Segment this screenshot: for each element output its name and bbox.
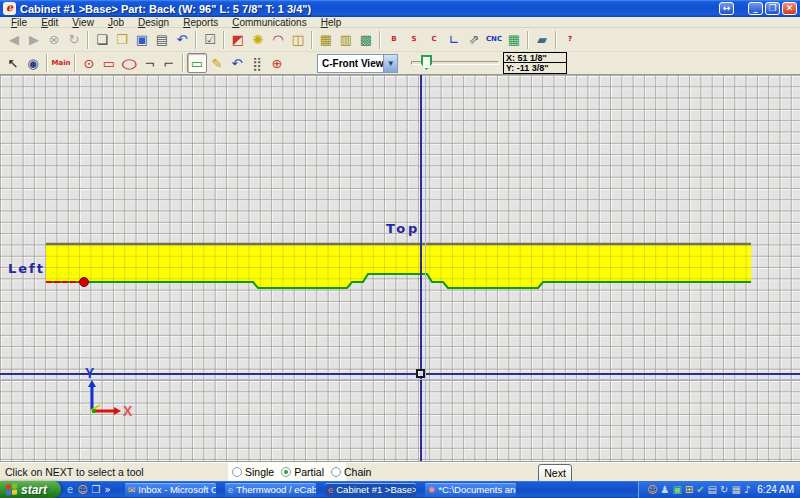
pencil-button[interactable]: ✎ xyxy=(207,53,227,73)
ie-icon[interactable]: e xyxy=(67,485,73,495)
window-title: Cabinet #1 >Base> Part: Back (W: 96" L: … xyxy=(20,3,719,15)
forward-button[interactable]: ▶ xyxy=(24,30,44,50)
menu-job[interactable]: Job xyxy=(101,17,131,28)
task-ie[interactable]: eThermwood / eCabin... xyxy=(225,483,316,497)
print-button[interactable]: ▤ xyxy=(152,30,172,50)
restore-button[interactable]: ❐ xyxy=(765,2,780,15)
tray-device-icon[interactable]: ▦ xyxy=(731,485,740,495)
media-icon[interactable]: ☺ xyxy=(77,485,87,495)
radio-label: Partial xyxy=(294,466,324,478)
chevron-more-icon[interactable]: » xyxy=(105,485,111,495)
undo-edit-button[interactable]: ↶ xyxy=(227,53,247,73)
task-ecabinet[interactable]: eCabinet #1 >Base>... xyxy=(325,483,416,497)
door-button[interactable]: ◫ xyxy=(288,30,308,50)
options-button[interactable]: ☑ xyxy=(200,30,220,50)
menu-file[interactable]: File xyxy=(4,17,34,28)
close-button[interactable]: ✕ xyxy=(782,2,797,15)
ellipse-tool-button[interactable]: ○ xyxy=(119,53,139,73)
cabinet-button[interactable]: ▦ xyxy=(316,30,336,50)
windows-logo-icon xyxy=(6,483,17,495)
eye-button[interactable]: ◉ xyxy=(23,53,43,73)
rectangle-tool-button[interactable]: ▭ xyxy=(99,53,119,73)
chamfer-tool-button[interactable]: ⌐ xyxy=(159,53,179,73)
back-button[interactable]: ◀ xyxy=(4,30,24,50)
cnc-button[interactable]: CNC xyxy=(484,30,504,50)
refresh-button[interactable]: ↻ xyxy=(64,30,84,50)
radio-partial[interactable]: Partial xyxy=(281,466,324,478)
y-axis-label: Y xyxy=(85,365,95,381)
minimize-button[interactable]: _ xyxy=(748,2,763,15)
radio-chain[interactable]: Chain xyxy=(331,466,371,478)
tray-reminder-icon[interactable]: ☺ xyxy=(647,485,657,495)
drawing-toolbar: ↖◉Main⊙▭○⌐⌐▭✎↶⣿⊕ C-Front View ▼ X: 51 1/… xyxy=(0,52,800,75)
radio-single[interactable]: Single xyxy=(232,466,274,478)
tray-volume-icon[interactable]: ♪ xyxy=(744,485,750,495)
border-tool-button[interactable]: B xyxy=(384,30,404,50)
assembly-icon: ◩ xyxy=(232,33,244,46)
grid-points-button[interactable]: ⣿ xyxy=(247,53,267,73)
select-cursor-button[interactable]: ↖ xyxy=(3,53,23,73)
curve-button[interactable]: ◠ xyxy=(268,30,288,50)
assembly-button[interactable]: ◩ xyxy=(228,30,248,50)
cabinet-icon: ▦ xyxy=(320,33,332,46)
curve-icon: ◠ xyxy=(272,33,283,46)
shape-tool-button[interactable]: S xyxy=(404,30,424,50)
center-point-icon: ⊕ xyxy=(272,57,283,70)
tray-printer-icon[interactable]: ▤ xyxy=(708,485,717,495)
toolbar-separator xyxy=(311,31,313,49)
circle-tool-button[interactable]: ⊙ xyxy=(79,53,99,73)
tray-update-icon[interactable]: ↻ xyxy=(720,485,728,495)
contour-tool-button[interactable]: C xyxy=(424,30,444,50)
panel-button[interactable]: ▦ xyxy=(504,30,524,50)
tray-shield-icon[interactable]: ▣ xyxy=(672,485,681,495)
tray-ok-icon[interactable]: ✔ xyxy=(696,485,704,495)
task-cad-app[interactable]: ✸*C:\Documents and S... xyxy=(425,483,516,497)
menu-reports[interactable]: Reports xyxy=(176,17,225,28)
menu-communications[interactable]: Communications xyxy=(225,17,314,28)
scene-button[interactable]: ▩ xyxy=(356,30,376,50)
view-select[interactable]: C-Front View ▼ xyxy=(317,54,398,73)
save-button[interactable]: ▣ xyxy=(132,30,152,50)
menu-help[interactable]: Help xyxy=(314,17,349,28)
filmstrip-button[interactable]: ▰ xyxy=(532,30,552,50)
menu-design[interactable]: Design xyxy=(131,17,176,28)
zoom-slider[interactable] xyxy=(411,55,499,71)
cabinet-list-button[interactable]: ▥ xyxy=(336,30,356,50)
point-edit-button[interactable]: ✺ xyxy=(248,30,268,50)
toolbar-separator xyxy=(223,31,225,49)
contour-tool-icon: C xyxy=(431,36,436,43)
stop-button[interactable]: ⊗ xyxy=(44,30,64,50)
explorer-icon[interactable]: ❐ xyxy=(92,485,101,495)
drawing-canvas[interactable]: Top Left XY xyxy=(0,75,800,461)
menu-bar: FileEditViewJobDesignReportsCommunicatio… xyxy=(0,17,800,28)
undo-button[interactable]: ↶ xyxy=(172,30,192,50)
resize-window-button[interactable]: ↔ xyxy=(719,2,734,15)
main-cabinet-button[interactable]: Main xyxy=(51,53,71,73)
export-button[interactable]: ⇗ xyxy=(464,30,484,50)
partial-select-button[interactable]: ▭ xyxy=(187,53,207,73)
radio-single-icon[interactable] xyxy=(232,467,242,477)
measure-button[interactable]: ∟ xyxy=(444,30,464,50)
center-point-button[interactable]: ⊕ xyxy=(267,53,287,73)
tray-messenger-icon[interactable]: ♟ xyxy=(660,485,669,495)
menu-view[interactable]: View xyxy=(65,17,101,28)
taskbar-clock: 6:24 AM xyxy=(757,484,794,495)
rectangle-tool-icon: ▭ xyxy=(103,57,115,70)
zoom-slider-thumb[interactable] xyxy=(421,55,432,70)
help-button[interactable]: ? xyxy=(560,30,580,50)
new-document-button[interactable]: ❏ xyxy=(92,30,112,50)
menu-edit[interactable]: Edit xyxy=(34,17,65,28)
fillet-tool-button[interactable]: ⌐ xyxy=(139,53,159,73)
toolbar-separator xyxy=(46,54,48,72)
open-folder-button[interactable]: ❒ xyxy=(112,30,132,50)
new-document-icon: ❏ xyxy=(96,33,108,46)
radio-label: Chain xyxy=(344,466,371,478)
radio-partial-icon[interactable] xyxy=(281,467,291,477)
cursor-x-coordinate: X: 51 1/8" xyxy=(504,53,566,63)
radio-chain-icon[interactable] xyxy=(331,467,341,477)
tray-msn-icon[interactable]: ⊞ xyxy=(685,485,693,495)
start-button[interactable]: start xyxy=(0,481,61,498)
task-outlook[interactable]: ✉Inbox - Microsoft Out... xyxy=(125,483,216,497)
chevron-down-icon[interactable]: ▼ xyxy=(383,55,397,72)
toolbar-separator xyxy=(195,31,197,49)
